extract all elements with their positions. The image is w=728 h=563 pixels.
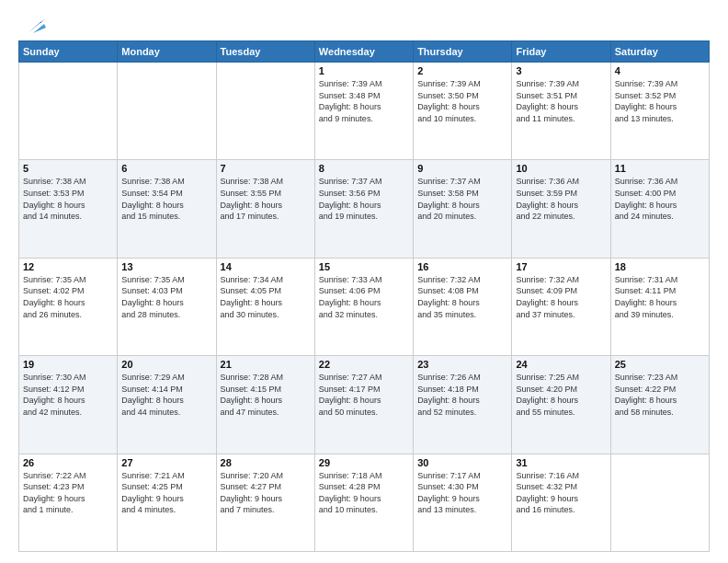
calendar-cell: 28Sunrise: 7:20 AM Sunset: 4:27 PM Dayli…: [216, 454, 314, 551]
calendar-cell: 27Sunrise: 7:21 AM Sunset: 4:25 PM Dayli…: [118, 454, 216, 551]
header: [18, 15, 710, 33]
calendar-cell: [610, 454, 709, 551]
weekday-header-tuesday: Tuesday: [216, 41, 314, 63]
day-number: 20: [121, 359, 211, 370]
day-info: Sunrise: 7:31 AM Sunset: 4:11 PM Dayligh…: [615, 274, 705, 320]
calendar-week-1: 1Sunrise: 7:39 AM Sunset: 3:48 PM Daylig…: [19, 63, 710, 160]
day-number: 6: [121, 163, 211, 174]
day-number: 5: [23, 163, 113, 174]
calendar-cell: 14Sunrise: 7:34 AM Sunset: 4:05 PM Dayli…: [216, 258, 314, 355]
day-info: Sunrise: 7:34 AM Sunset: 4:05 PM Dayligh…: [221, 274, 311, 320]
day-number: 25: [615, 359, 705, 370]
day-number: 22: [319, 359, 409, 370]
calendar-cell: 29Sunrise: 7:18 AM Sunset: 4:28 PM Dayli…: [314, 454, 413, 551]
calendar-cell: 4Sunrise: 7:39 AM Sunset: 3:52 PM Daylig…: [610, 63, 709, 160]
calendar-cell: 19Sunrise: 7:30 AM Sunset: 4:12 PM Dayli…: [19, 356, 118, 454]
calendar-cell: 20Sunrise: 7:29 AM Sunset: 4:14 PM Dayli…: [118, 356, 216, 454]
day-info: Sunrise: 7:29 AM Sunset: 4:14 PM Dayligh…: [121, 372, 211, 418]
day-info: Sunrise: 7:17 AM Sunset: 4:30 PM Dayligh…: [417, 470, 507, 516]
calendar-cell: 18Sunrise: 7:31 AM Sunset: 4:11 PM Dayli…: [610, 258, 709, 355]
day-number: 21: [221, 359, 311, 370]
day-number: 29: [319, 457, 409, 468]
day-number: 24: [516, 359, 606, 370]
day-info: Sunrise: 7:37 AM Sunset: 3:56 PM Dayligh…: [319, 176, 409, 222]
calendar-cell: 22Sunrise: 7:27 AM Sunset: 4:17 PM Dayli…: [314, 356, 413, 454]
day-info: Sunrise: 7:33 AM Sunset: 4:06 PM Dayligh…: [319, 274, 409, 320]
day-info: Sunrise: 7:39 AM Sunset: 3:48 PM Dayligh…: [319, 78, 409, 124]
day-number: 1: [319, 65, 409, 76]
day-info: Sunrise: 7:21 AM Sunset: 4:25 PM Dayligh…: [121, 470, 211, 516]
calendar-week-5: 26Sunrise: 7:22 AM Sunset: 4:23 PM Dayli…: [19, 454, 710, 551]
day-info: Sunrise: 7:36 AM Sunset: 3:59 PM Dayligh…: [516, 176, 606, 222]
day-number: 9: [417, 163, 507, 174]
calendar-cell: 23Sunrise: 7:26 AM Sunset: 4:18 PM Dayli…: [414, 356, 512, 454]
day-info: Sunrise: 7:27 AM Sunset: 4:17 PM Dayligh…: [319, 372, 409, 418]
day-info: Sunrise: 7:36 AM Sunset: 4:00 PM Dayligh…: [615, 176, 705, 222]
day-number: 26: [23, 457, 113, 468]
weekday-header-saturday: Saturday: [610, 41, 709, 63]
calendar-cell: 15Sunrise: 7:33 AM Sunset: 4:06 PM Dayli…: [314, 258, 413, 355]
day-number: 4: [615, 65, 705, 76]
calendar-week-3: 12Sunrise: 7:35 AM Sunset: 4:02 PM Dayli…: [19, 258, 710, 355]
weekday-header-thursday: Thursday: [414, 41, 512, 63]
calendar-cell: [118, 63, 216, 160]
day-info: Sunrise: 7:39 AM Sunset: 3:50 PM Dayligh…: [417, 78, 507, 124]
calendar-cell: 26Sunrise: 7:22 AM Sunset: 4:23 PM Dayli…: [19, 454, 118, 551]
weekday-header-sunday: Sunday: [19, 41, 118, 63]
calendar-cell: [19, 63, 118, 160]
logo: [18, 18, 48, 33]
calendar-cell: [216, 63, 314, 160]
day-info: Sunrise: 7:23 AM Sunset: 4:22 PM Dayligh…: [615, 372, 705, 418]
day-number: 12: [23, 261, 113, 272]
day-info: Sunrise: 7:32 AM Sunset: 4:09 PM Dayligh…: [516, 274, 606, 320]
calendar-cell: 16Sunrise: 7:32 AM Sunset: 4:08 PM Dayli…: [414, 258, 512, 355]
day-info: Sunrise: 7:20 AM Sunset: 4:27 PM Dayligh…: [221, 470, 311, 516]
day-info: Sunrise: 7:35 AM Sunset: 4:02 PM Dayligh…: [23, 274, 113, 320]
day-info: Sunrise: 7:35 AM Sunset: 4:03 PM Dayligh…: [121, 274, 211, 320]
day-number: 2: [417, 65, 507, 76]
calendar-cell: 21Sunrise: 7:28 AM Sunset: 4:15 PM Dayli…: [216, 356, 314, 454]
calendar-cell: 1Sunrise: 7:39 AM Sunset: 3:48 PM Daylig…: [314, 63, 413, 160]
calendar-cell: 24Sunrise: 7:25 AM Sunset: 4:20 PM Dayli…: [512, 356, 610, 454]
calendar-cell: 11Sunrise: 7:36 AM Sunset: 4:00 PM Dayli…: [610, 160, 709, 258]
day-number: 10: [516, 163, 606, 174]
day-info: Sunrise: 7:39 AM Sunset: 3:52 PM Dayligh…: [615, 78, 705, 124]
day-number: 23: [417, 359, 507, 370]
day-number: 7: [221, 163, 311, 174]
day-number: 30: [417, 457, 507, 468]
calendar-cell: 10Sunrise: 7:36 AM Sunset: 3:59 PM Dayli…: [512, 160, 610, 258]
day-number: 11: [615, 163, 705, 174]
calendar-cell: 9Sunrise: 7:37 AM Sunset: 3:58 PM Daylig…: [414, 160, 512, 258]
day-number: 14: [221, 261, 311, 272]
calendar-cell: 17Sunrise: 7:32 AM Sunset: 4:09 PM Dayli…: [512, 258, 610, 355]
calendar-cell: 2Sunrise: 7:39 AM Sunset: 3:50 PM Daylig…: [414, 63, 512, 160]
calendar-cell: 8Sunrise: 7:37 AM Sunset: 3:56 PM Daylig…: [314, 160, 413, 258]
day-info: Sunrise: 7:16 AM Sunset: 4:32 PM Dayligh…: [516, 470, 606, 516]
weekday-header-wednesday: Wednesday: [314, 41, 413, 63]
weekday-header-friday: Friday: [512, 41, 610, 63]
calendar-cell: 31Sunrise: 7:16 AM Sunset: 4:32 PM Dayli…: [512, 454, 610, 551]
day-number: 19: [23, 359, 113, 370]
day-info: Sunrise: 7:25 AM Sunset: 4:20 PM Dayligh…: [516, 372, 606, 418]
day-number: 15: [319, 261, 409, 272]
day-info: Sunrise: 7:39 AM Sunset: 3:51 PM Dayligh…: [516, 78, 606, 124]
calendar-week-2: 5Sunrise: 7:38 AM Sunset: 3:53 PM Daylig…: [19, 160, 710, 258]
calendar-cell: 7Sunrise: 7:38 AM Sunset: 3:55 PM Daylig…: [216, 160, 314, 258]
day-info: Sunrise: 7:37 AM Sunset: 3:58 PM Dayligh…: [417, 176, 507, 222]
day-info: Sunrise: 7:22 AM Sunset: 4:23 PM Dayligh…: [23, 470, 113, 516]
day-number: 27: [121, 457, 211, 468]
calendar-cell: 6Sunrise: 7:38 AM Sunset: 3:54 PM Daylig…: [118, 160, 216, 258]
day-info: Sunrise: 7:18 AM Sunset: 4:28 PM Dayligh…: [319, 470, 409, 516]
calendar-cell: 13Sunrise: 7:35 AM Sunset: 4:03 PM Dayli…: [118, 258, 216, 355]
page: SundayMondayTuesdayWednesdayThursdayFrid…: [0, 0, 728, 563]
calendar-table: SundayMondayTuesdayWednesdayThursdayFrid…: [18, 40, 710, 552]
calendar-week-4: 19Sunrise: 7:30 AM Sunset: 4:12 PM Dayli…: [19, 356, 710, 454]
calendar-cell: 25Sunrise: 7:23 AM Sunset: 4:22 PM Dayli…: [610, 356, 709, 454]
day-info: Sunrise: 7:28 AM Sunset: 4:15 PM Dayligh…: [221, 372, 311, 418]
day-info: Sunrise: 7:38 AM Sunset: 3:53 PM Dayligh…: [23, 176, 113, 222]
day-info: Sunrise: 7:32 AM Sunset: 4:08 PM Dayligh…: [417, 274, 507, 320]
day-number: 16: [417, 261, 507, 272]
day-info: Sunrise: 7:38 AM Sunset: 3:55 PM Dayligh…: [221, 176, 311, 222]
svg-marker-1: [33, 24, 46, 33]
day-number: 17: [516, 261, 606, 272]
